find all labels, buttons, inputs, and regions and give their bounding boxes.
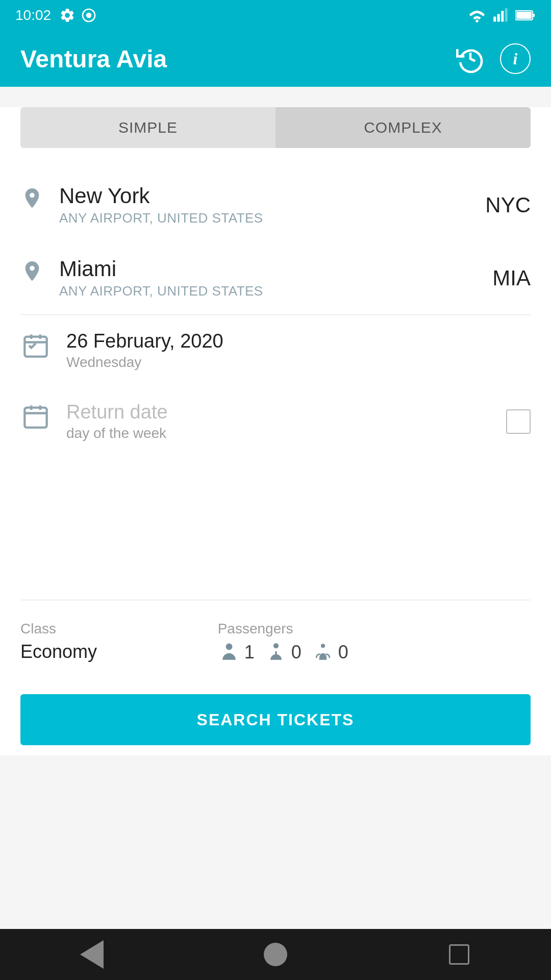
- return-date-placeholder: Return date: [66, 401, 491, 423]
- origin-info: New York ANY AIRPORT, UNITED STATES: [59, 184, 470, 226]
- origin-location-icon: [20, 184, 44, 214]
- app-header: Ventura Avia i: [0, 31, 551, 87]
- tab-switcher: SIMPLE COMPLEX: [20, 107, 531, 148]
- nav-bar: [0, 929, 551, 980]
- destination-info: Miami ANY AIRPORT, UNITED STATES: [59, 257, 477, 299]
- svg-rect-2: [493, 17, 496, 22]
- svg-rect-8: [516, 12, 532, 19]
- status-bar-left: 10:02: [15, 7, 97, 23]
- wifi-icon: [468, 8, 486, 22]
- origin-row[interactable]: New York ANY AIRPORT, UNITED STATES NYC: [20, 168, 531, 241]
- return-icon: [20, 401, 51, 430]
- destination-sub: ANY AIRPORT, UNITED STATES: [59, 283, 477, 299]
- class-section[interactable]: Class Economy: [20, 621, 177, 663]
- header-icons: i: [456, 43, 531, 74]
- svg-rect-5: [505, 8, 508, 21]
- departure-day: Wednesday: [66, 354, 531, 371]
- destination-row[interactable]: Miami ANY AIRPORT, UNITED STATES MIA: [20, 241, 531, 314]
- tab-simple[interactable]: SIMPLE: [20, 107, 276, 148]
- nav-back-button[interactable]: [74, 937, 110, 972]
- circle-icon: [81, 7, 97, 23]
- passengers-icons-row: 1 0: [218, 641, 531, 664]
- svg-rect-3: [497, 14, 500, 22]
- battery-icon: [515, 9, 536, 21]
- info-icon: i: [513, 50, 518, 68]
- nav-home-button[interactable]: [258, 937, 293, 972]
- svg-point-18: [273, 643, 279, 648]
- nav-recents-icon: [449, 944, 469, 965]
- destination-location-icon: [20, 257, 44, 287]
- main-content: SIMPLE COMPLEX New York ANY AIRPORT, UNI…: [0, 107, 551, 755]
- destination-city: Miami: [59, 257, 477, 281]
- class-passengers-row: Class Economy Passengers 1: [0, 600, 551, 684]
- status-time: 10:02: [15, 7, 51, 23]
- return-checkbox[interactable]: [506, 409, 531, 434]
- departure-info: 26 February, 2020 Wednesday: [66, 330, 531, 371]
- signal-icon: [493, 8, 508, 23]
- departure-date: 26 February, 2020: [66, 330, 531, 352]
- infant-count: 0: [338, 642, 348, 663]
- infant-pax-group: 0: [312, 641, 348, 664]
- nav-recents-button[interactable]: [441, 937, 477, 972]
- svg-point-17: [226, 644, 232, 650]
- child-icon: [265, 641, 287, 664]
- status-icons: [59, 7, 97, 23]
- nav-back-icon: [80, 940, 104, 969]
- svg-rect-9: [24, 337, 46, 357]
- class-value: Economy: [20, 641, 177, 663]
- history-icon: [456, 44, 485, 73]
- app-title: Ventura Avia: [20, 45, 167, 73]
- history-icon-btn[interactable]: [456, 44, 485, 73]
- svg-rect-7: [533, 14, 535, 17]
- adult-icon: [218, 641, 240, 664]
- nav-home-icon: [264, 943, 287, 966]
- svg-point-1: [86, 13, 92, 18]
- form-section: New York ANY AIRPORT, UNITED STATES NYC …: [0, 148, 551, 314]
- origin-code: NYC: [485, 193, 531, 217]
- departure-row[interactable]: 26 February, 2020 Wednesday: [0, 315, 551, 386]
- destination-code: MIA: [492, 266, 531, 290]
- adult-pax-group: 1: [218, 641, 255, 664]
- passengers-label: Passengers: [218, 621, 531, 637]
- status-bar-right: [468, 8, 536, 23]
- adult-count: 1: [244, 642, 255, 663]
- return-info: Return date day of the week: [66, 401, 491, 442]
- origin-sub: ANY AIRPORT, UNITED STATES: [59, 210, 470, 226]
- infant-icon: [312, 641, 334, 664]
- child-count: 0: [291, 642, 302, 663]
- origin-city: New York: [59, 184, 470, 208]
- status-bar: 10:02: [0, 0, 551, 31]
- passengers-section[interactable]: Passengers 1 0: [218, 621, 531, 664]
- child-pax-group: 0: [265, 641, 302, 664]
- svg-rect-4: [501, 11, 504, 21]
- svg-rect-13: [24, 408, 46, 428]
- return-day-placeholder: day of the week: [66, 425, 491, 442]
- search-tickets-button[interactable]: SEARCH TICKETS: [20, 694, 531, 745]
- class-label: Class: [20, 621, 177, 637]
- return-row[interactable]: Return date day of the week: [0, 386, 551, 457]
- info-icon-btn[interactable]: i: [500, 43, 531, 74]
- gear-icon: [59, 7, 76, 23]
- tab-complex[interactable]: COMPLEX: [276, 107, 531, 148]
- departure-icon: [20, 330, 51, 359]
- svg-point-20: [321, 644, 325, 648]
